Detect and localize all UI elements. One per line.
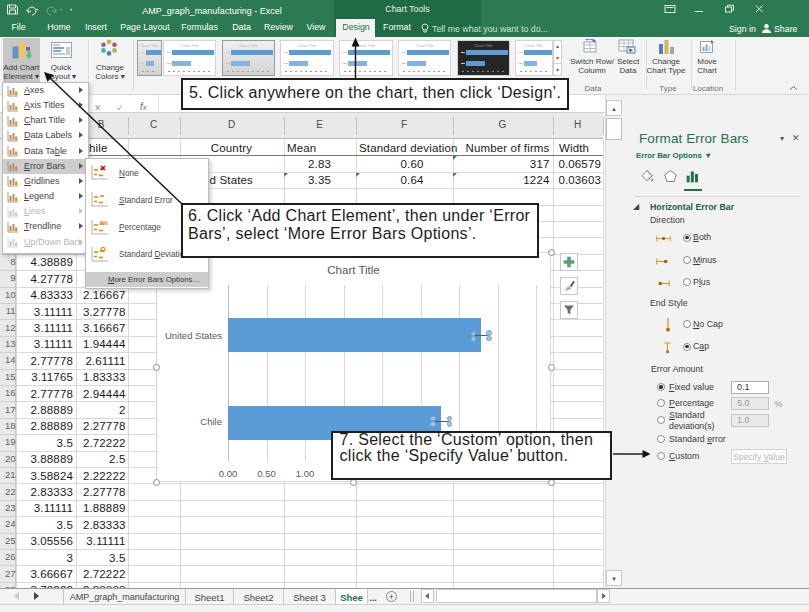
svg-text:5%: 5%: [100, 220, 108, 226]
